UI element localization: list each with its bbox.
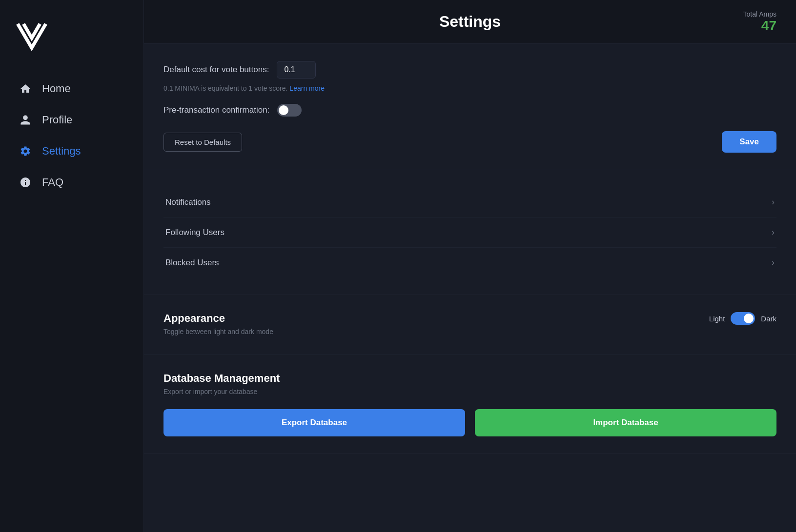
- pretransaction-label: Pre-transaction confirmation:: [163, 105, 269, 115]
- sidebar-item-faq[interactable]: FAQ: [4, 168, 140, 197]
- app-logo: [15, 20, 49, 54]
- sidebar-item-profile[interactable]: Profile: [4, 105, 140, 135]
- appearance-section: Appearance Toggle between light and dark…: [144, 295, 796, 355]
- total-amps-label: Total Amps: [703, 10, 776, 18]
- settings-content: Default cost for vote buttons: 0.1 MINIM…: [144, 44, 796, 532]
- database-buttons: Export Database Import Database: [163, 409, 776, 436]
- learn-more-link[interactable]: Learn more: [289, 84, 325, 92]
- toggle-track: [731, 312, 755, 325]
- page-title: Settings: [237, 13, 703, 31]
- blocked-users-item[interactable]: Blocked Users ›: [163, 248, 776, 277]
- blocked-users-label: Blocked Users: [165, 258, 219, 268]
- database-section: Database Management Export or import you…: [144, 355, 796, 454]
- save-button[interactable]: Save: [722, 131, 776, 153]
- sidebar-item-settings-label: Settings: [42, 145, 81, 158]
- vote-section: Default cost for vote buttons: 0.1 MINIM…: [144, 44, 796, 170]
- notifications-item[interactable]: Notifications ›: [163, 187, 776, 217]
- total-amps-value: 47: [703, 18, 776, 34]
- vote-hint: 0.1 MINIMA is equivalent to 1 vote score…: [163, 84, 776, 92]
- chevron-right-icon: ›: [772, 197, 775, 207]
- notifications-label: Notifications: [165, 197, 211, 207]
- chevron-right-icon: ›: [772, 227, 775, 237]
- header: Settings Total Amps 47: [144, 0, 796, 44]
- appearance-title: Appearance: [163, 312, 273, 325]
- vote-cost-input[interactable]: [277, 61, 316, 79]
- import-database-button[interactable]: Import Database: [475, 409, 776, 436]
- toggle-track: [277, 104, 302, 117]
- pretransaction-toggle[interactable]: [277, 104, 302, 117]
- logo-area: [0, 10, 143, 73]
- list-section: Notifications › Following Users › Blocke…: [144, 170, 796, 295]
- sidebar-item-profile-label: Profile: [42, 114, 72, 126]
- pretransaction-row: Pre-transaction confirmation:: [163, 104, 776, 117]
- actions-row: Reset to Defaults Save: [163, 131, 776, 153]
- main-content: Settings Total Amps 47 Default cost for …: [144, 0, 796, 532]
- chevron-right-icon: ›: [772, 257, 775, 268]
- appearance-mode-toggle[interactable]: [731, 312, 755, 325]
- info-icon: [19, 176, 32, 189]
- reset-button[interactable]: Reset to Defaults: [163, 133, 242, 152]
- export-database-button[interactable]: Export Database: [163, 409, 465, 436]
- database-subtitle: Export or import your database: [163, 388, 776, 395]
- appearance-header: Appearance Toggle between light and dark…: [163, 312, 776, 335]
- light-mode-label: Light: [709, 315, 725, 323]
- sidebar-item-home[interactable]: Home: [4, 74, 140, 103]
- vote-cost-row: Default cost for vote buttons:: [163, 61, 776, 79]
- sidebar: Home Profile Settings FAQ: [0, 0, 144, 532]
- toggle-thumb: [744, 314, 754, 323]
- vote-cost-label: Default cost for vote buttons:: [163, 65, 269, 75]
- dark-mode-label: Dark: [761, 315, 776, 323]
- database-title: Database Management: [163, 372, 776, 385]
- following-users-item[interactable]: Following Users ›: [163, 217, 776, 248]
- sidebar-item-settings[interactable]: Settings: [4, 137, 140, 166]
- home-icon: [19, 82, 32, 96]
- gear-icon: [19, 144, 32, 158]
- following-users-label: Following Users: [165, 228, 225, 237]
- sidebar-item-home-label: Home: [42, 82, 71, 95]
- sidebar-item-faq-label: FAQ: [42, 176, 63, 189]
- appearance-toggle-row: Light Dark: [709, 312, 776, 325]
- user-icon: [19, 113, 32, 127]
- total-amps-panel: Total Amps 47: [703, 10, 776, 34]
- appearance-subtitle: Toggle between light and dark mode: [163, 328, 273, 335]
- toggle-thumb: [279, 105, 288, 115]
